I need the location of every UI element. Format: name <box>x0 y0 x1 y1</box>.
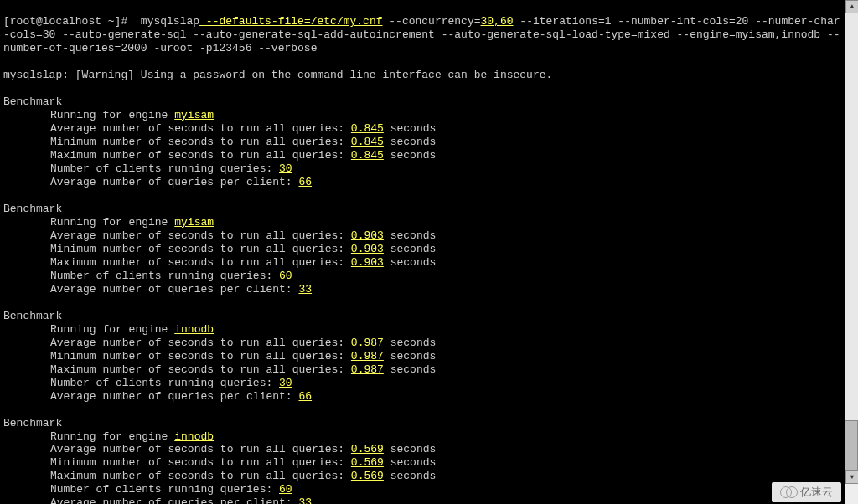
terminal-output[interactable]: [root@localhost ~]# mysqlslap --defaults… <box>0 0 845 504</box>
scroll-up-icon[interactable]: ▲ <box>845 0 858 13</box>
benchmark-min-line: Minimum number of seconds to run all que… <box>3 243 841 256</box>
scrollbar[interactable]: ▲ ▼ <box>845 0 858 504</box>
benchmark-perclient-line: Average number of queries per client: 33 <box>3 283 841 296</box>
benchmark-avg-line: Average number of seconds to run all que… <box>3 229 841 243</box>
warning-line: mysqlslap: [Warning] Using a password on… <box>3 69 841 82</box>
benchmark-clients-line: Number of clients running queries: 60 <box>3 270 841 283</box>
benchmark-header: Benchmark <box>3 95 841 109</box>
resize-handle <box>845 484 858 504</box>
benchmark-avg-line: Average number of seconds to run all que… <box>3 337 841 350</box>
blank-line <box>3 189 841 203</box>
benchmark-perclient-line: Average number of queries per client: 66 <box>3 176 841 189</box>
scrollbar-thumb[interactable] <box>845 420 858 471</box>
benchmark-max-line: Maximum number of seconds to run all que… <box>3 470 841 483</box>
cloud-icon <box>780 486 797 498</box>
benchmark-perclient-line: Average number of queries per client: 33 <box>3 496 841 504</box>
benchmark-header: Benchmark <box>3 417 841 430</box>
benchmark-min-line: Minimum number of seconds to run all que… <box>3 136 841 149</box>
benchmark-avg-line: Average number of seconds to run all que… <box>3 443 841 456</box>
benchmark-clients-line: Number of clients running queries: 60 <box>3 483 841 496</box>
blank-line <box>3 404 841 417</box>
benchmark-min-line: Minimum number of seconds to run all que… <box>3 350 841 363</box>
watermark: 亿速云 <box>772 482 841 502</box>
benchmark-header: Benchmark <box>3 310 841 323</box>
benchmark-perclient-line: Average number of queries per client: 66 <box>3 390 841 404</box>
scroll-down-icon[interactable]: ▼ <box>845 471 858 484</box>
shell-prompt: [root@localhost ~]# <box>3 15 134 28</box>
benchmark-clients-line: Number of clients running queries: 30 <box>3 162 841 176</box>
benchmark-min-line: Minimum number of seconds to run all que… <box>3 456 841 470</box>
benchmark-header: Benchmark <box>3 203 841 216</box>
benchmark-max-line: Maximum number of seconds to run all que… <box>3 256 841 270</box>
watermark-label: 亿速云 <box>800 486 833 499</box>
benchmark-engine-line: Running for engine myisam <box>3 216 841 229</box>
benchmark-avg-line: Average number of seconds to run all que… <box>3 122 841 136</box>
benchmark-engine-line: Running for engine innodb <box>3 323 841 337</box>
blank-line <box>3 296 841 310</box>
benchmark-clients-line: Number of clients running queries: 30 <box>3 377 841 390</box>
benchmark-engine-line: Running for engine myisam <box>3 109 841 122</box>
cmd-bin: mysqlslap <box>141 15 199 28</box>
benchmark-max-line: Maximum number of seconds to run all que… <box>3 363 841 377</box>
benchmark-engine-line: Running for engine innodb <box>3 430 841 444</box>
benchmark-max-line: Maximum number of seconds to run all que… <box>3 149 841 162</box>
scrollbar-track[interactable] <box>845 13 858 471</box>
